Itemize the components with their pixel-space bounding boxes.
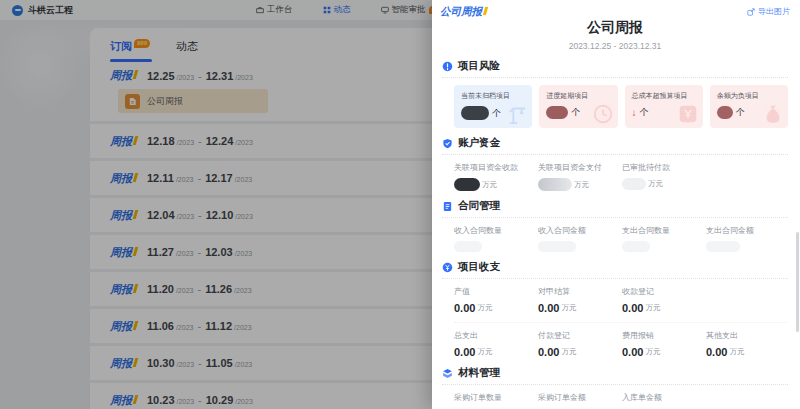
- stat-label: 支出合同金额: [706, 225, 790, 236]
- section-header: 合同管理: [442, 199, 788, 213]
- stat-income-contract-amount: 收入合同金额: [538, 225, 622, 252]
- risk-card-unit: 个: [640, 106, 649, 119]
- stat-owner-settlement: 对甲结算 0.00万元: [538, 286, 622, 314]
- section-project-income-expense: 项目收支 产值 0.00万元 对甲结算 0.00万元 收款登记 0.00万元 总…: [442, 260, 788, 358]
- risk-card-label: 余额为负项目: [717, 91, 788, 101]
- risk-card-unarchived: 当前未归档项目 个: [454, 85, 532, 128]
- stat-total-expense: 总支出 0.00万元: [454, 330, 538, 358]
- stat-number: 0.00: [538, 302, 559, 314]
- stat-label: 采购订单数量: [454, 392, 538, 403]
- stat-receipt-registration: 收款登记 0.00万元: [622, 286, 706, 314]
- stat-label: 关联项目资金收款: [454, 162, 538, 173]
- stat-expense-contract-count: 支出合同数量: [622, 225, 706, 252]
- redacted-value: [538, 178, 572, 191]
- stat-funds-paid: 关联项目资金支付 万元: [538, 162, 622, 191]
- company-weekly-report-drawer: 公司周报 导出图片 公司周报 2023.12.25 - 2023.12.31 项…: [432, 0, 800, 409]
- stat-value: 万元: [622, 178, 706, 190]
- stat-number: 0.00: [454, 302, 475, 314]
- stat-label: 收入合同金额: [538, 225, 622, 236]
- stat-label: 采购订单金额: [538, 392, 622, 403]
- alert-circle-icon: [442, 61, 453, 72]
- money-bag-icon: [762, 103, 784, 125]
- risk-card-label: 总成本超预算项目: [632, 91, 703, 101]
- contract-icon: [442, 201, 453, 212]
- stat-number: 0.00: [454, 346, 475, 358]
- stat-number: 0.00: [538, 346, 559, 358]
- stat-other-expense: 其他支出 0.00万元: [706, 330, 790, 358]
- stat-purchase-order-count: 采购订单数量 0个: [454, 392, 538, 409]
- stat-unit: 万元: [561, 303, 576, 313]
- section-project-risk: 项目风险 当前未归档项目 个 进度延期项目 个 总成本超预算: [442, 59, 788, 128]
- divider: [442, 77, 788, 78]
- section-title: 材料管理: [458, 366, 500, 380]
- shield-icon: [442, 138, 453, 149]
- risk-card-unit: 个: [571, 106, 580, 119]
- stat-value: 0.00万元: [622, 346, 706, 358]
- stat-inbound-order-amount: 入库单金额 0.00万元: [622, 392, 706, 409]
- budget-stats-row-1: 产值 0.00万元 对甲结算 0.00万元 收款登记 0.00万元: [454, 286, 788, 314]
- section-header: 材料管理: [442, 366, 788, 380]
- clock-icon: [592, 103, 614, 125]
- stat-approved-pending-payment: 已审批待付款 万元: [622, 162, 706, 191]
- export-icon: [747, 8, 755, 16]
- redacted-value: [454, 178, 480, 191]
- redacted-value: [622, 178, 646, 190]
- stat-unit: 万元: [648, 179, 663, 189]
- redacted-value: [454, 241, 482, 252]
- section-account-funds: 账户资金 关联项目资金收款 万元 关联项目资金支付 万元 已审批待付款: [442, 136, 788, 191]
- stat-unit: 万元: [482, 180, 497, 190]
- redacted-value: [546, 106, 568, 119]
- report-title: 公司周报: [442, 19, 788, 37]
- stat-value: [538, 241, 622, 252]
- drawer-scrollbar[interactable]: [796, 232, 799, 332]
- company-report-logo: 公司周报: [440, 5, 487, 19]
- redacted-value: ↓: [632, 107, 637, 119]
- redacted-value: [717, 106, 733, 119]
- export-image-button[interactable]: 导出图片: [747, 6, 790, 17]
- redacted-value: [706, 241, 740, 252]
- stat-label: 已审批待付款: [622, 162, 706, 173]
- stat-expense-contract-amount: 支出合同金额: [706, 225, 790, 252]
- budget-stats-row-2: 总支出 0.00万元 付款登记 0.00万元 费用报销 0.00万元 其他支出 …: [454, 330, 788, 358]
- stat-output-value: 产值 0.00万元: [454, 286, 538, 314]
- contract-stats: 收入合同数量 收入合同金额 支出合同数量 支出合同金额: [454, 225, 788, 252]
- stat-unit: 万元: [561, 347, 576, 357]
- section-title: 项目收支: [458, 260, 500, 274]
- stat-unit: 万元: [729, 347, 744, 357]
- stat-label: 收入合同数量: [454, 225, 538, 236]
- stat-unit: 万元: [645, 303, 660, 313]
- stat-unit: 万元: [477, 303, 492, 313]
- risk-card-over-budget: 总成本超预算项目 ↓ 个: [625, 85, 703, 128]
- section-title: 项目风险: [458, 59, 500, 73]
- stat-value: 万元: [538, 178, 622, 191]
- stat-label: 产值: [454, 286, 538, 297]
- stat-label: 其他支出: [706, 330, 790, 341]
- redacted-value: [622, 241, 650, 252]
- section-header: 项目收支: [442, 260, 788, 274]
- stat-value: 0.00万元: [622, 302, 706, 314]
- divider: [442, 154, 788, 155]
- risk-card-unit: 个: [492, 107, 501, 120]
- section-title: 合同管理: [458, 199, 500, 213]
- export-label: 导出图片: [758, 6, 790, 17]
- stat-value: 0.00万元: [454, 302, 538, 314]
- yuan-circle-icon: [442, 262, 453, 273]
- stat-payment-registration: 付款登记 0.00万元: [538, 330, 622, 358]
- stat-value: 0.00万元: [706, 346, 790, 358]
- stat-label: 总支出: [454, 330, 538, 341]
- stat-income-contract-count: 收入合同数量: [454, 225, 538, 252]
- crane-icon: [506, 103, 528, 125]
- stat-label: 入库单金额: [622, 392, 706, 403]
- stat-purchase-order-amount: 采购订单金额 0.00万元: [538, 392, 622, 409]
- section-header: 项目风险: [442, 59, 788, 73]
- stat-value: 0.00万元: [538, 302, 622, 314]
- stat-value: [706, 241, 790, 252]
- stat-number: 0.00: [622, 346, 643, 358]
- divider: [442, 384, 788, 385]
- section-contract-management: 合同管理 收入合同数量 收入合同金额 支出合同数量 支出合同金额: [442, 199, 788, 252]
- stat-number: 0.00: [622, 302, 643, 314]
- risk-card-row: 当前未归档项目 个 进度延期项目 个 总成本超预算项目 ↓ 个: [454, 85, 788, 128]
- stat-label: 关联项目资金支付: [538, 162, 622, 173]
- funds-stats: 关联项目资金收款 万元 关联项目资金支付 万元 已审批待付款 万元: [454, 162, 788, 191]
- material-stats: 采购订单数量 0个 采购订单金额 0.00万元 入库单金额 0.00万元: [454, 392, 788, 409]
